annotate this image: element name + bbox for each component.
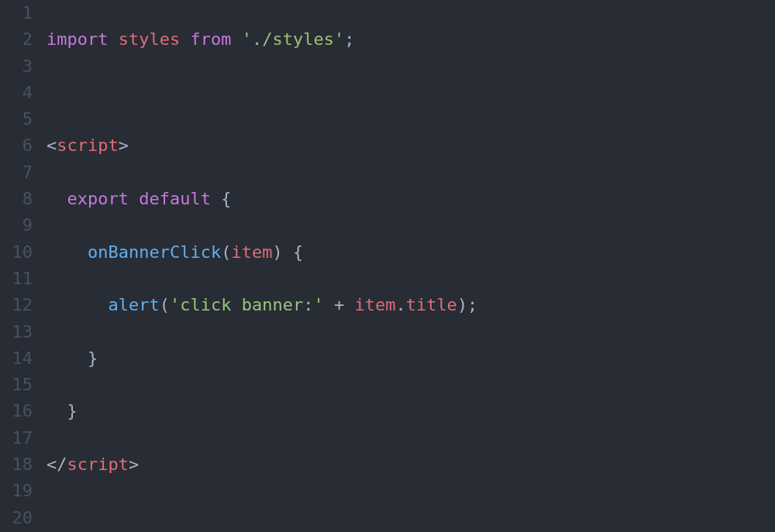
line-number: 12	[0, 292, 33, 318]
line-number: 11	[0, 266, 33, 292]
code-line: export default {	[46, 186, 775, 212]
code-line	[46, 80, 775, 106]
line-number: 13	[0, 319, 33, 345]
line-number: 18	[0, 451, 33, 478]
code-line: alert('click banner:' + item.title);	[46, 292, 775, 318]
line-number-gutter: 1 2 3 4 5 6 7 8 9 10 11 12 13 14 15 16 1…	[0, 0, 46, 532]
code-line: }	[46, 345, 775, 372]
line-number: 20	[0, 505, 33, 531]
line-number: 7	[0, 160, 33, 186]
line-number: 10	[0, 239, 33, 266]
code-line: </script>	[46, 451, 775, 478]
line-number: 14	[0, 345, 33, 372]
code-line: import styles from './styles';	[46, 26, 775, 53]
code-line	[46, 505, 775, 531]
line-number: 15	[0, 372, 33, 398]
line-number: 6	[0, 132, 33, 159]
line-number: 3	[0, 53, 33, 80]
line-number: 8	[0, 186, 33, 212]
line-number: 5	[0, 106, 33, 132]
code-editor-content[interactable]: import styles from './styles'; <script> …	[46, 0, 775, 532]
line-number: 4	[0, 80, 33, 106]
code-line: }	[46, 398, 775, 424]
line-number: 2	[0, 26, 33, 53]
line-number: 16	[0, 398, 33, 424]
code-line: <script>	[46, 132, 775, 159]
line-number: 17	[0, 425, 33, 451]
line-number: 19	[0, 478, 33, 504]
line-number: 1	[0, 0, 33, 26]
code-line: onBannerClick(item) {	[46, 239, 775, 266]
line-number: 9	[0, 212, 33, 239]
